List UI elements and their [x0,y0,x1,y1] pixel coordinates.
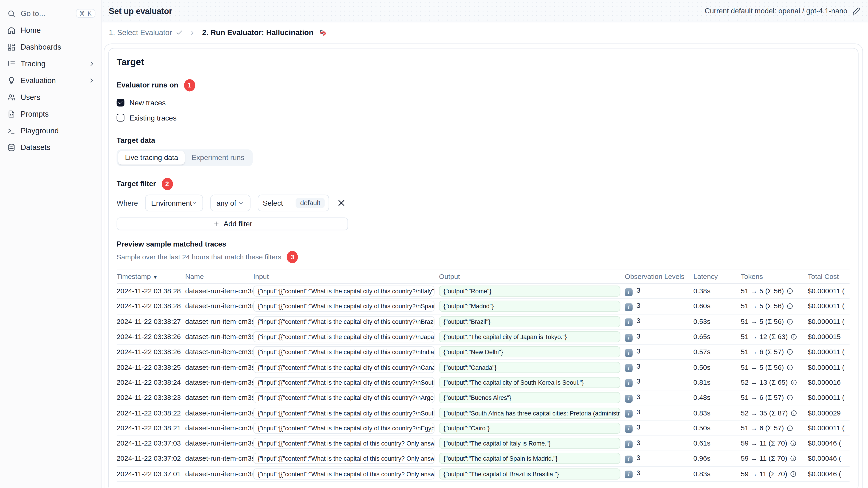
observation-level-info-icon[interactable] [625,456,632,463]
check-icon [176,29,183,36]
info-icon[interactable] [790,455,797,462]
observation-level-count: 3 [637,332,641,340]
table-row[interactable]: 2024-11-22 03:38:28dataset-run-item-cm3s… [117,284,849,299]
table-row[interactable]: 2024-11-22 03:37:01dataset-run-item-cm3s… [117,466,849,482]
output-preview-pill[interactable]: {"output":"Buenos Aires"} [439,392,620,403]
sidebar-item-evaluation[interactable]: Evaluation [0,72,101,89]
info-icon[interactable] [790,333,797,340]
output-preview-pill[interactable]: {"output":"The capital of Spain is Madri… [439,453,620,464]
output-preview-pill[interactable]: {"output":"New Delhi"} [439,346,620,358]
input-preview-pill[interactable]: {"input":[{"content":"What is the capita… [253,316,435,327]
table-row[interactable]: 2024-11-22 03:38:28dataset-run-item-cm3s… [117,299,849,314]
input-preview-pill[interactable]: {"input":[{"content":"What is the capita… [253,408,435,419]
info-icon[interactable] [787,318,794,325]
cell-timestamp: 2024-11-22 03:38:25 [117,363,185,371]
cell-latency: 0.60s [693,302,741,310]
table-row[interactable]: 2024-11-22 03:38:26dataset-run-item-cm3s… [117,345,849,360]
table-row[interactable]: 2024-11-22 03:38:27dataset-run-item-cm3s… [117,314,849,329]
info-icon[interactable] [790,440,797,447]
cell-name: dataset-run-item-cm3s4 [185,302,253,310]
info-icon[interactable] [787,303,794,310]
observation-level-info-icon[interactable] [625,364,632,372]
breadcrumb-step-select-evaluator[interactable]: 1. Select Evaluator [109,29,183,37]
input-preview-pill[interactable]: {"input":[{"content":"What is the capita… [253,362,435,373]
cell-input: {"input":[{"content":"What is the capita… [253,377,439,388]
tab-live-tracing-data[interactable]: Live tracing data [118,151,185,164]
filter-operator-select[interactable]: any of [210,195,250,212]
sidebar-item-tracing[interactable]: Tracing [0,55,101,72]
observation-level-info-icon[interactable] [625,471,632,479]
sidebar-item-datasets[interactable]: Datasets [0,139,101,156]
add-filter-button[interactable]: Add filter [117,217,348,230]
cell-tokens: 52 → 13 (Σ 65) [741,379,808,386]
info-icon[interactable] [790,470,797,477]
info-icon[interactable] [790,379,797,386]
checkbox-checked-icon[interactable] [117,99,124,106]
observation-level-info-icon[interactable] [625,440,632,448]
filter-column-select[interactable]: Environment [145,195,203,212]
cell-input: {"input":[{"content":"What is the capita… [253,331,439,343]
observation-level-info-icon[interactable] [625,395,632,402]
table-row[interactable]: 2024-11-22 03:38:24dataset-run-item-cm3s… [117,375,849,390]
output-preview-pill[interactable]: {"output":"Cairo"} [439,423,620,434]
cell-input: {"input":[{"content":"What is the capita… [253,301,439,312]
observation-level-info-icon[interactable] [625,319,632,326]
observation-level-info-icon[interactable] [625,425,632,433]
info-icon[interactable] [787,288,794,294]
sidebar-item-home[interactable]: Home [0,22,101,39]
info-icon[interactable] [790,410,797,416]
output-preview-pill[interactable]: {"output":"The capital of Italy is Rome.… [439,438,620,449]
table-row[interactable]: 2024-11-22 03:38:23dataset-run-item-cm3s… [117,390,849,405]
observation-level-info-icon[interactable] [625,303,632,311]
checkbox-existing-traces[interactable]: Existing traces [117,112,850,123]
observation-level-info-icon[interactable] [625,380,632,387]
sidebar-item-dashboards[interactable]: Dashboards [0,39,101,55]
input-preview-pill[interactable]: {"input":[{"content":"What is the capita… [253,453,435,464]
output-preview-pill[interactable]: {"output":"Canada"} [439,362,620,373]
table-row[interactable]: 2024-11-22 03:38:21dataset-run-item-cm3s… [117,421,849,436]
info-icon[interactable] [787,425,794,431]
observation-level-info-icon[interactable] [625,288,632,296]
cell-tokens: 51 → 6 (Σ 57) [741,394,808,402]
input-preview-pill[interactable]: {"input":[{"content":"What is the capita… [253,301,435,312]
output-preview-pill[interactable]: {"output":"The capital of Brazil is Bras… [439,468,620,480]
sidebar-item-playground[interactable]: Playground [0,122,101,139]
input-preview-pill[interactable]: {"input":[{"content":"What is the capita… [253,331,435,343]
edit-model-icon[interactable] [852,7,860,15]
remove-filter-button[interactable] [336,198,346,208]
sidebar-item-go-to[interactable]: Go to...⌘ K [0,5,101,22]
observation-level-info-icon[interactable] [625,334,632,341]
table-row[interactable]: 2024-11-22 03:38:26dataset-run-item-cm3s… [117,329,849,345]
output-preview-pill[interactable]: {"output":"South Africa has three capita… [439,408,620,419]
output-preview-pill[interactable]: {"output":"Brazil"} [439,316,620,327]
table-row[interactable]: 2024-11-22 03:38:25dataset-run-item-cm3s… [117,360,849,375]
input-preview-pill[interactable]: {"input":[{"content":"What is the capita… [253,438,435,449]
input-preview-pill[interactable]: {"input":[{"content":"What is the capita… [253,423,435,434]
sidebar-item-users[interactable]: Users [0,89,101,105]
input-preview-pill[interactable]: {"input":[{"content":"What is the capita… [253,377,435,388]
info-icon[interactable] [787,349,794,355]
table-row[interactable]: 2024-11-22 03:38:22dataset-run-item-cm3s… [117,405,849,421]
output-preview-pill[interactable]: {"output":"The capital city of Japan is … [439,331,620,343]
sidebar-item-prompts[interactable]: Prompts [0,105,101,122]
main-area: Set up evaluator Current default model: … [101,0,868,488]
input-preview-pill[interactable]: {"input":[{"content":"What is the capita… [253,392,435,403]
info-icon[interactable] [787,394,794,401]
column-header-timestamp[interactable]: Timestamp [117,272,185,280]
table-row[interactable]: 2024-11-22 03:37:02dataset-run-item-cm3s… [117,451,849,466]
filter-value-select[interactable]: Select default [258,195,329,212]
input-preview-pill[interactable]: {"input":[{"content":"What is the capita… [253,286,435,297]
input-preview-pill[interactable]: {"input":[{"content":"What is the capita… [253,346,435,358]
tab-experiment-runs[interactable]: Experiment runs [185,151,251,164]
output-preview-pill[interactable]: {"output":"Rome"} [439,286,620,297]
checkbox-unchecked-icon[interactable] [117,114,124,122]
cell-output: {"output":"The capital city of Japan is … [439,331,625,343]
info-icon[interactable] [787,364,794,370]
observation-level-info-icon[interactable] [625,410,632,418]
output-preview-pill[interactable]: {"output":"Madrid"} [439,301,620,312]
table-row[interactable]: 2024-11-22 03:37:03dataset-run-item-cm3s… [117,436,849,451]
output-preview-pill[interactable]: {"output":"The capital city of South Kor… [439,377,620,388]
checkbox-new-traces[interactable]: New traces [117,97,850,108]
input-preview-pill[interactable]: {"input":[{"content":"What is the capita… [253,468,435,480]
observation-level-info-icon[interactable] [625,349,632,357]
